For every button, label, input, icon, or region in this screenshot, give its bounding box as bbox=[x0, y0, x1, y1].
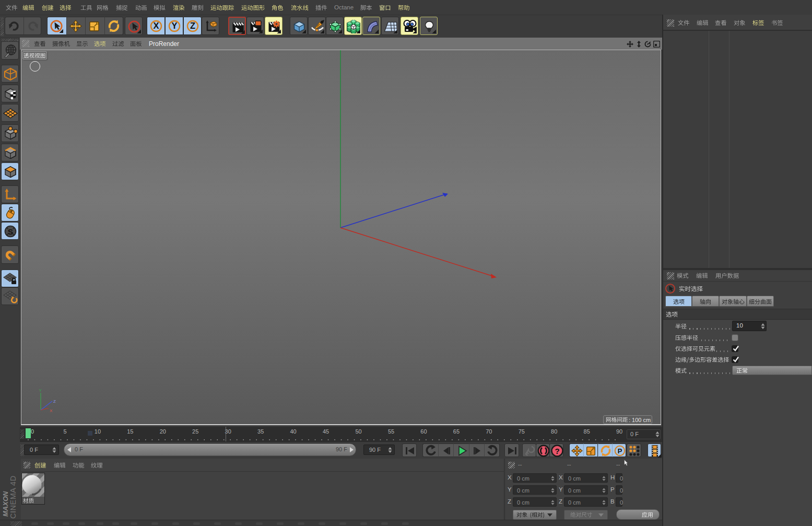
svg-text:45: 45 bbox=[323, 428, 329, 435]
svg-text:20: 20 bbox=[160, 428, 166, 435]
svg-text:10: 10 bbox=[95, 428, 101, 435]
svg-text:5: 5 bbox=[63, 428, 66, 435]
svg-text:25: 25 bbox=[192, 428, 198, 435]
svg-text:65: 65 bbox=[453, 428, 460, 435]
svg-text:X: X bbox=[50, 408, 53, 413]
svg-text:35: 35 bbox=[257, 428, 264, 435]
svg-text:40: 40 bbox=[290, 428, 296, 435]
svg-text:85: 85 bbox=[584, 428, 590, 435]
svg-text:55: 55 bbox=[388, 428, 394, 435]
svg-text:Y: Y bbox=[171, 21, 177, 30]
svg-text:80: 80 bbox=[551, 428, 557, 435]
svg-text:0: 0 bbox=[31, 428, 34, 435]
svg-text:15: 15 bbox=[127, 428, 133, 435]
svg-text:?: ? bbox=[555, 447, 559, 455]
svg-text:70: 70 bbox=[486, 428, 492, 435]
svg-text:P: P bbox=[617, 447, 622, 455]
svg-text:Y: Y bbox=[39, 388, 42, 393]
svg-text:90: 90 bbox=[616, 428, 622, 435]
svg-text:50: 50 bbox=[355, 428, 361, 435]
svg-text:Z: Z bbox=[190, 21, 195, 30]
svg-text:Z: Z bbox=[53, 399, 56, 404]
svg-text:75: 75 bbox=[519, 428, 525, 435]
svg-text:X: X bbox=[153, 21, 159, 30]
svg-text:S: S bbox=[8, 227, 13, 236]
svg-text:60: 60 bbox=[420, 428, 427, 435]
